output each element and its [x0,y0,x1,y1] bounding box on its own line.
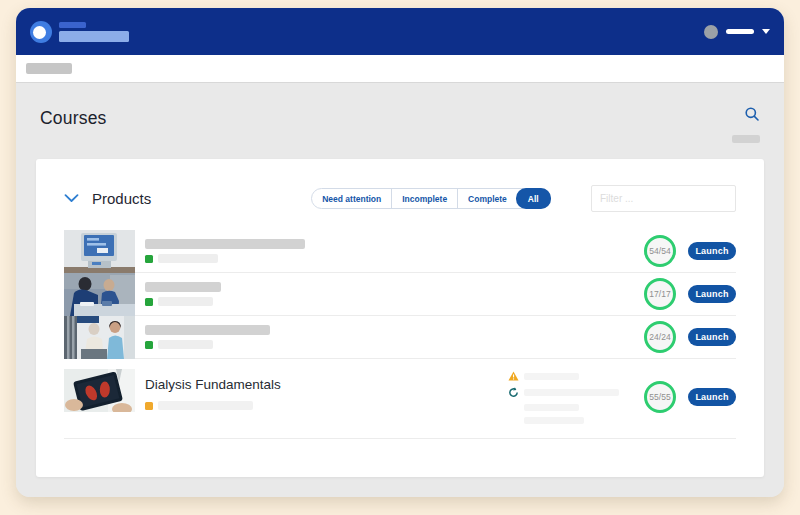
warning-triangle-icon [508,371,519,381]
course-actions: 55/55 Launch [644,381,736,438]
course-status-line [145,254,305,263]
tab-complete[interactable]: Complete [457,189,517,208]
tab-incomplete[interactable]: Incomplete [391,189,457,208]
course-status-line [145,297,221,306]
brand-logo-icon[interactable] [30,21,52,43]
course-list: 54/54 Launch [36,230,764,439]
tab-need-attention[interactable]: Need attention [312,189,391,208]
course-row-body[interactable]: 24/24 Launch [135,316,736,359]
progress-badge: 55/55 [644,381,676,413]
launch-button[interactable]: Launch [688,388,736,406]
progress-badge: 54/54 [644,235,676,267]
tab-all[interactable]: All [516,188,551,209]
course-thumbnail-clinical-treatment [64,273,135,316]
course-row: 17/17 Launch [64,273,736,316]
alert-line [508,371,632,381]
course-row: 54/54 Launch [64,230,736,273]
course-thumbnail-dialysis-machine [64,230,135,273]
progress-badge: 24/24 [644,321,676,353]
alert-text-placeholder [524,404,579,411]
filter-tabs: Need attention Incomplete Complete All [311,188,551,209]
brand-line-placeholder [59,22,86,28]
products-card: Products Need attention Incomplete Compl… [36,159,764,477]
chevron-down-icon [64,194,79,203]
course-subtitle-placeholder [158,297,213,306]
main-content: Courses Products [16,83,784,497]
course-thumbnail-kidney-scan-tablet [64,369,135,412]
brand-line-placeholder [59,31,129,42]
course-actions: 17/17 Launch [644,278,736,310]
breadcrumb-bar [16,55,784,83]
course-status-line [145,401,508,410]
course-title-placeholder [145,282,221,292]
course-alerts [508,369,632,438]
status-in-progress-icon [145,402,153,410]
user-avatar [704,25,718,39]
products-header: Products Need attention Incomplete Compl… [36,159,764,212]
alert-line [508,404,632,411]
alert-text-placeholder [524,389,619,396]
course-title-placeholder [145,325,270,335]
status-complete-icon [145,341,153,349]
course-status-line [145,340,270,349]
chevron-down-icon [762,29,770,34]
user-name-placeholder [726,29,754,34]
alert-text-placeholder [524,417,584,424]
course-actions: 54/54 Launch [644,235,736,267]
alert-line [508,417,632,424]
alert-text-placeholder [524,373,579,380]
brand-text-placeholder [59,22,129,42]
course-subtitle-placeholder [158,340,213,349]
user-menu[interactable] [704,25,770,39]
course-text: Dialysis Fundamentals [135,369,508,438]
course-title[interactable]: Dialysis Fundamentals [145,377,508,392]
launch-button[interactable]: Launch [688,285,736,303]
status-complete-icon [145,298,153,306]
header-placeholder [732,135,760,143]
progress-badge: 17/17 [644,278,676,310]
top-navbar [16,8,784,55]
products-section-toggle[interactable]: Products [64,190,151,207]
launch-button[interactable]: Launch [688,242,736,260]
refresh-icon [508,387,519,398]
course-thumbnail-patient-with-nurse [64,316,135,359]
course-text [145,239,305,263]
breadcrumb-placeholder [26,63,72,74]
app-window: Courses Products [16,8,784,497]
launch-button[interactable]: Launch [688,328,736,346]
course-text [145,282,221,306]
page-header: Courses [16,83,784,159]
course-row-body[interactable]: 54/54 Launch [135,230,736,273]
course-row-body[interactable]: 17/17 Launch [135,273,736,316]
course-actions: 24/24 Launch [644,321,736,353]
filter-input[interactable] [591,185,736,212]
course-subtitle-placeholder [158,401,253,410]
course-text [145,325,270,349]
header-actions [732,106,764,159]
course-row: Dialysis Fundamentals [64,359,736,439]
search-icon[interactable] [744,106,760,122]
status-complete-icon [145,255,153,263]
products-title: Products [92,190,151,207]
course-subtitle-placeholder [158,254,218,263]
course-title-placeholder [145,239,305,249]
page-title: Courses [40,108,107,159]
course-row: 24/24 Launch [64,316,736,359]
alert-line [508,387,632,398]
